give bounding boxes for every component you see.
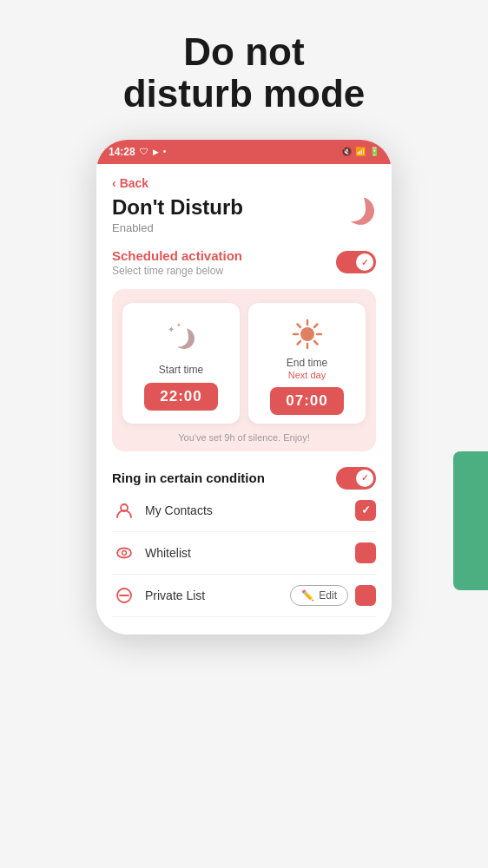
scheduled-toggle[interactable]: ✓: [336, 251, 376, 273]
sun-icon: [288, 315, 326, 357]
end-time-value: 07:00: [270, 387, 343, 415]
svg-line-10: [297, 341, 300, 345]
start-time-value: 22:00: [144, 383, 217, 411]
whitelist-checkbox[interactable]: [355, 542, 376, 563]
contacts-checkbox[interactable]: ✓: [355, 500, 376, 521]
svg-line-9: [314, 324, 318, 327]
svg-point-13: [122, 550, 127, 555]
time-cards-area: ✦ ✦ Start time 22:00: [112, 289, 376, 451]
phone-frame: 14:28 🛡 ▶ • 🔇 📶 🔋 ‹ Back Don't Disturb E…: [96, 140, 392, 635]
svg-text:✦: ✦: [168, 325, 175, 334]
private-list-checkbox[interactable]: [355, 585, 376, 606]
shield-status-icon: 🛡: [140, 147, 148, 156]
ring-toggle-knob: ✓: [356, 470, 373, 487]
start-time-card[interactable]: ✦ ✦ Start time 22:00: [122, 303, 240, 424]
svg-text:✦: ✦: [176, 322, 181, 328]
moon-decoration-icon: [341, 192, 376, 234]
start-time-label: Start time: [159, 364, 203, 376]
scheduled-activation-title: Scheduled activation: [112, 248, 242, 263]
silence-message: You've set 9h of silence. Enjoy!: [122, 432, 366, 443]
svg-point-2: [300, 327, 314, 341]
battery-icon: 🔋: [369, 147, 379, 156]
list-item: Whitelist: [112, 532, 376, 575]
back-chevron-icon: ‹: [112, 176, 116, 190]
contacts-icon: [112, 498, 136, 523]
headline-line1: Do not: [123, 31, 366, 73]
status-bar: 14:28 🛡 ▶ • 🔇 📶 🔋: [96, 140, 392, 164]
edit-label: Edit: [319, 589, 337, 602]
phone-content: ‹ Back Don't Disturb Enabled Scheduled a…: [96, 164, 392, 635]
svg-line-7: [297, 324, 300, 327]
end-time-card[interactable]: End time Next day 07:00: [248, 303, 366, 424]
private-list-icon: [112, 583, 136, 608]
select-time-subtitle: Select time range below: [112, 265, 242, 277]
ring-condition-title: Ring in certain condition: [112, 470, 265, 485]
edit-button[interactable]: ✏️ Edit: [290, 585, 348, 606]
ring-toggle-check-icon: ✓: [361, 473, 368, 483]
status-time: 14:28: [109, 146, 135, 158]
page-headline: Do not disturb mode: [123, 31, 366, 115]
toggle-check-icon: ✓: [361, 258, 368, 267]
dont-disturb-title: Don't Disturb: [112, 195, 243, 220]
contacts-check-icon: ✓: [361, 503, 371, 516]
toggle-knob: ✓: [356, 253, 373, 271]
headline-line2: disturb mode: [123, 73, 366, 115]
back-button[interactable]: ‹ Back: [112, 176, 376, 190]
whitelist-icon: [112, 541, 136, 565]
end-time-label: End time: [287, 357, 327, 369]
star-moon-icon: ✦ ✦: [159, 315, 204, 364]
back-label: Back: [120, 176, 148, 190]
list-item: My Contacts ✓: [112, 490, 376, 532]
list-item: Private List ✏️ Edit: [112, 575, 376, 617]
green-accent-shape: [453, 451, 488, 590]
end-time-next-day: Next day: [288, 370, 326, 380]
dot-status-icon: •: [163, 147, 167, 156]
mute-icon: 🔇: [341, 147, 352, 156]
edit-pencil-icon: ✏️: [301, 589, 314, 602]
wifi-icon: 📶: [355, 147, 366, 156]
svg-line-8: [314, 341, 318, 345]
ring-condition-toggle[interactable]: ✓: [336, 467, 376, 490]
whitelist-label: Whitelist: [145, 546, 355, 560]
enabled-label: Enabled: [112, 221, 243, 234]
private-list-label: Private List: [145, 589, 290, 602]
youtube-status-icon: ▶: [153, 148, 159, 156]
contacts-label: My Contacts: [145, 503, 355, 517]
